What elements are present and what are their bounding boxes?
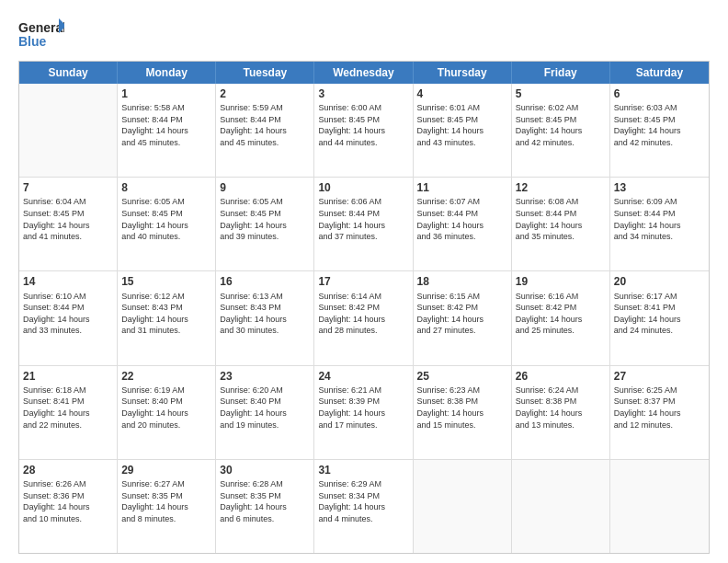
cell-info: Sunrise: 6:21 AMSunset: 8:39 PMDaylight:… [318,385,408,431]
cell-info: Sunrise: 6:13 AMSunset: 8:43 PMDaylight:… [220,291,310,337]
calendar-cell [414,460,512,553]
cell-info: Sunrise: 6:06 AMSunset: 8:44 PMDaylight:… [318,196,408,242]
calendar-cell [512,460,610,553]
calendar-cell: 9Sunrise: 6:05 AMSunset: 8:45 PMDaylight… [216,178,314,270]
calendar-cell: 19Sunrise: 6:16 AMSunset: 8:42 PMDayligh… [512,271,610,364]
day-number: 21 [23,369,113,384]
cell-info: Sunrise: 6:18 AMSunset: 8:41 PMDaylight:… [23,385,113,431]
calendar-row: 7Sunrise: 6:04 AMSunset: 8:45 PMDaylight… [19,178,709,271]
day-number: 18 [417,274,507,289]
calendar-cell: 14Sunrise: 6:10 AMSunset: 8:44 PMDayligh… [19,271,118,364]
cell-info: Sunrise: 6:04 AMSunset: 8:45 PMDaylight:… [23,196,113,242]
cell-info: Sunrise: 6:05 AMSunset: 8:45 PMDaylight:… [121,196,211,242]
calendar-row: 1Sunrise: 5:58 AMSunset: 8:44 PMDaylight… [19,84,709,178]
cell-info: Sunrise: 6:17 AMSunset: 8:41 PMDaylight:… [614,291,705,337]
svg-text:General: General [18,20,64,35]
day-number: 13 [614,180,705,195]
day-number: 14 [23,274,113,289]
day-number: 11 [417,180,507,195]
calendar-cell: 12Sunrise: 6:08 AMSunset: 8:44 PMDayligh… [512,178,610,270]
calendar-header-day: Wednesday [314,62,413,84]
calendar-header-day: Tuesday [216,62,314,84]
day-number: 20 [614,274,705,289]
day-number: 23 [220,369,310,384]
day-number: 29 [121,463,211,477]
calendar-cell: 15Sunrise: 6:12 AMSunset: 8:43 PMDayligh… [118,271,216,364]
day-number: 10 [318,180,408,195]
cell-info: Sunrise: 6:24 AMSunset: 8:38 PMDaylight:… [516,385,606,431]
cell-info: Sunrise: 6:20 AMSunset: 8:40 PMDaylight:… [220,385,310,431]
cell-info: Sunrise: 6:26 AMSunset: 8:36 PMDaylight:… [23,478,113,524]
calendar-cell: 23Sunrise: 6:20 AMSunset: 8:40 PMDayligh… [216,366,314,459]
cell-info: Sunrise: 6:09 AMSunset: 8:44 PMDaylight:… [614,196,705,242]
calendar-cell: 28Sunrise: 6:26 AMSunset: 8:36 PMDayligh… [19,460,118,553]
calendar-cell [19,84,118,177]
day-number: 30 [220,463,310,477]
day-number: 22 [121,369,211,384]
day-number: 12 [516,180,606,195]
calendar-cell: 2Sunrise: 5:59 AMSunset: 8:44 PMDaylight… [216,84,314,177]
cell-info: Sunrise: 6:01 AMSunset: 8:45 PMDaylight:… [417,102,507,148]
calendar-header-day: Thursday [414,62,512,84]
cell-info: Sunrise: 6:29 AMSunset: 8:34 PMDaylight:… [318,478,408,524]
calendar-cell: 25Sunrise: 6:23 AMSunset: 8:38 PMDayligh… [414,366,512,459]
svg-text:Blue: Blue [18,34,47,49]
cell-info: Sunrise: 6:14 AMSunset: 8:42 PMDaylight:… [318,291,408,337]
calendar-cell: 10Sunrise: 6:06 AMSunset: 8:44 PMDayligh… [314,178,413,270]
calendar-cell: 3Sunrise: 6:00 AMSunset: 8:45 PMDaylight… [314,84,413,177]
day-number: 6 [614,86,705,101]
cell-info: Sunrise: 6:25 AMSunset: 8:37 PMDaylight:… [614,385,705,431]
calendar-cell: 29Sunrise: 6:27 AMSunset: 8:35 PMDayligh… [118,460,216,553]
calendar-cell: 22Sunrise: 6:19 AMSunset: 8:40 PMDayligh… [118,366,216,459]
cell-info: Sunrise: 6:07 AMSunset: 8:44 PMDaylight:… [417,196,507,242]
day-number: 2 [220,86,310,101]
day-number: 24 [318,369,408,384]
calendar-cell: 17Sunrise: 6:14 AMSunset: 8:42 PMDayligh… [314,271,413,364]
calendar-row: 14Sunrise: 6:10 AMSunset: 8:44 PMDayligh… [19,271,709,365]
cell-info: Sunrise: 6:28 AMSunset: 8:35 PMDaylight:… [220,478,310,524]
day-number: 15 [121,274,211,289]
calendar-header-day: Monday [118,62,216,84]
day-number: 31 [318,463,408,477]
day-number: 8 [121,180,211,195]
cell-info: Sunrise: 6:12 AMSunset: 8:43 PMDaylight:… [121,291,211,337]
cell-info: Sunrise: 6:02 AMSunset: 8:45 PMDaylight:… [516,102,606,148]
cell-info: Sunrise: 6:15 AMSunset: 8:42 PMDaylight:… [417,291,507,337]
calendar-row: 21Sunrise: 6:18 AMSunset: 8:41 PMDayligh… [19,366,709,460]
day-number: 19 [516,274,606,289]
calendar-cell: 31Sunrise: 6:29 AMSunset: 8:34 PMDayligh… [314,460,413,553]
day-number: 26 [516,369,606,384]
day-number: 27 [614,369,705,384]
calendar-cell: 4Sunrise: 6:01 AMSunset: 8:45 PMDaylight… [414,84,512,177]
calendar-header-day: Saturday [610,62,709,84]
cell-info: Sunrise: 6:00 AMSunset: 8:45 PMDaylight:… [318,102,408,148]
cell-info: Sunrise: 6:10 AMSunset: 8:44 PMDaylight:… [23,291,113,337]
calendar-header-day: Sunday [19,62,118,84]
calendar-cell: 6Sunrise: 6:03 AMSunset: 8:45 PMDaylight… [610,84,709,177]
cell-info: Sunrise: 6:03 AMSunset: 8:45 PMDaylight:… [614,102,705,148]
day-number: 16 [220,274,310,289]
calendar-header-day: Friday [512,62,610,84]
cell-info: Sunrise: 6:23 AMSunset: 8:38 PMDaylight:… [417,385,507,431]
cell-info: Sunrise: 6:08 AMSunset: 8:44 PMDaylight:… [516,196,606,242]
calendar-cell: 30Sunrise: 6:28 AMSunset: 8:35 PMDayligh… [216,460,314,553]
day-number: 4 [417,86,507,101]
calendar-cell: 7Sunrise: 6:04 AMSunset: 8:45 PMDaylight… [19,178,118,270]
day-number: 9 [220,180,310,195]
calendar-row: 28Sunrise: 6:26 AMSunset: 8:36 PMDayligh… [19,460,709,553]
calendar-cell: 26Sunrise: 6:24 AMSunset: 8:38 PMDayligh… [512,366,610,459]
day-number: 3 [318,86,408,101]
cell-info: Sunrise: 6:27 AMSunset: 8:35 PMDaylight:… [121,478,211,524]
calendar-cell: 8Sunrise: 6:05 AMSunset: 8:45 PMDaylight… [118,178,216,270]
calendar-cell: 16Sunrise: 6:13 AMSunset: 8:43 PMDayligh… [216,271,314,364]
calendar-cell [610,460,709,553]
cell-info: Sunrise: 6:16 AMSunset: 8:42 PMDaylight:… [516,291,606,337]
calendar-cell: 18Sunrise: 6:15 AMSunset: 8:42 PMDayligh… [414,271,512,364]
calendar-header: SundayMondayTuesdayWednesdayThursdayFrid… [19,62,709,84]
calendar: SundayMondayTuesdayWednesdayThursdayFrid… [18,61,710,554]
calendar-cell: 20Sunrise: 6:17 AMSunset: 8:41 PMDayligh… [610,271,709,364]
calendar-body: 1Sunrise: 5:58 AMSunset: 8:44 PMDaylight… [19,84,709,553]
day-number: 5 [516,86,606,101]
calendar-cell: 21Sunrise: 6:18 AMSunset: 8:41 PMDayligh… [19,366,118,459]
day-number: 25 [417,369,507,384]
